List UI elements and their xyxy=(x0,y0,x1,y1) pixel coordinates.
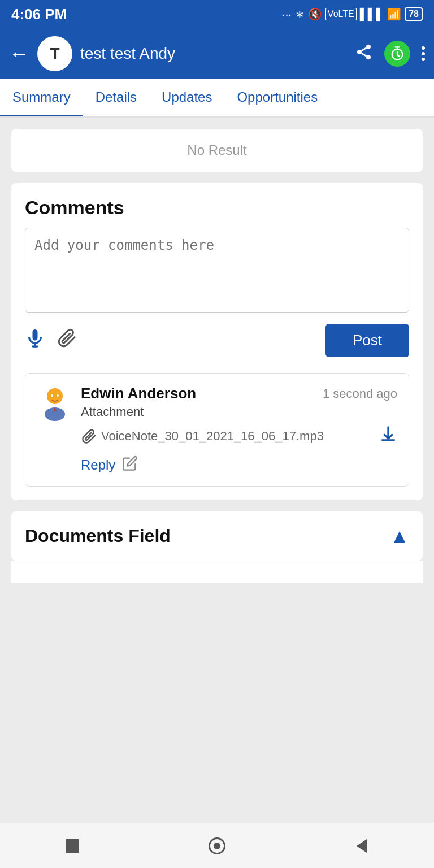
attachment-icon[interactable] xyxy=(57,328,77,353)
nav-back-button[interactable] xyxy=(348,832,376,860)
svg-point-1 xyxy=(357,50,362,54)
avatar: T xyxy=(37,36,72,71)
svg-point-10 xyxy=(33,347,34,348)
svg-marker-22 xyxy=(357,839,367,853)
status-bar: 4:06 PM ··· ∗ 🔇 VoLTE ▌▌▌ 📶 78 xyxy=(0,0,434,28)
tab-bar: Summary Details Updates Opportunities xyxy=(0,79,434,118)
reply-button[interactable]: Reply xyxy=(81,457,115,473)
svg-point-15 xyxy=(51,394,53,397)
no-result-card: No Result xyxy=(11,129,423,172)
svg-point-2 xyxy=(366,55,371,59)
share-icon[interactable] xyxy=(355,43,373,65)
svg-point-16 xyxy=(57,394,59,397)
tab-summary[interactable]: Summary xyxy=(0,79,83,118)
comment-icon-group xyxy=(25,328,77,353)
volte-icon: VoLTE xyxy=(326,8,357,20)
documents-field-card: Documents Field ▲ xyxy=(11,511,423,561)
comment-time: 1 second ago xyxy=(323,387,397,401)
svg-point-11 xyxy=(34,347,36,348)
nav-stop-button[interactable] xyxy=(58,832,86,860)
app-header: ← T test test Andy xyxy=(0,28,434,79)
status-time: 4:06 PM xyxy=(11,6,67,23)
documents-chevron-icon[interactable]: ▲ xyxy=(390,525,409,547)
commenter-avatar xyxy=(37,385,73,421)
svg-rect-18 xyxy=(381,439,395,441)
attachment-filename: VoiceNote_30_01_2021_16_06_17.mp3 xyxy=(101,429,375,444)
more-icon[interactable] xyxy=(422,46,425,61)
status-icons: ··· ∗ 🔇 VoLTE ▌▌▌ 📶 78 xyxy=(282,7,423,21)
contact-title: test test Andy xyxy=(80,45,347,63)
svg-point-21 xyxy=(215,843,220,848)
edit-icon[interactable] xyxy=(122,455,138,475)
back-button[interactable]: ← xyxy=(9,42,29,66)
dots-icon: ··· xyxy=(282,8,292,21)
comment-footer: Reply xyxy=(37,455,397,475)
microphone-icon[interactable] xyxy=(25,328,45,353)
comments-card: Comments xyxy=(11,183,423,500)
battery-indicator: 78 xyxy=(405,7,423,21)
svg-line-3 xyxy=(361,53,366,56)
main-content: No Result Comments xyxy=(0,118,434,823)
documents-field-title: Documents Field xyxy=(25,526,171,546)
nav-home-button[interactable] xyxy=(203,832,231,860)
comment-input[interactable] xyxy=(25,228,409,313)
comment-entry: Edwin Anderson 1 second ago Attachment V… xyxy=(25,373,409,487)
svg-point-12 xyxy=(36,347,37,348)
header-actions xyxy=(355,41,425,67)
tab-details[interactable]: Details xyxy=(83,79,149,118)
comment-meta: Edwin Anderson 1 second ago Attachment V… xyxy=(81,385,397,448)
commenter-name: Edwin Anderson xyxy=(81,385,196,402)
post-button[interactable]: Post xyxy=(326,324,409,357)
comment-header: Edwin Anderson 1 second ago Attachment V… xyxy=(37,385,397,448)
no-result-text: No Result xyxy=(187,142,246,158)
commenter-name-row: Edwin Anderson 1 second ago xyxy=(81,385,397,402)
download-icon[interactable] xyxy=(379,425,397,448)
wifi-icon: 📶 xyxy=(387,7,401,21)
mute-icon: 🔇 xyxy=(308,7,322,21)
comment-actions: Post xyxy=(25,324,409,357)
signal-icon: ▌▌▌ xyxy=(360,8,384,21)
svg-point-13 xyxy=(47,388,63,404)
comments-title: Comments xyxy=(25,197,409,219)
svg-point-0 xyxy=(366,44,371,49)
bluetooth-icon: ∗ xyxy=(295,7,305,21)
file-attach-icon xyxy=(81,428,97,444)
documents-inner xyxy=(11,561,423,583)
tab-updates[interactable]: Updates xyxy=(149,79,224,118)
tab-opportunities[interactable]: Opportunities xyxy=(224,79,330,118)
comment-type: Attachment xyxy=(81,405,397,419)
svg-line-4 xyxy=(361,47,366,50)
nav-bar xyxy=(0,823,434,868)
svg-rect-6 xyxy=(33,329,38,341)
timer-button[interactable] xyxy=(384,41,410,67)
attachment-row: VoiceNote_30_01_2021_16_06_17.mp3 xyxy=(81,425,397,448)
svg-rect-19 xyxy=(66,839,79,853)
